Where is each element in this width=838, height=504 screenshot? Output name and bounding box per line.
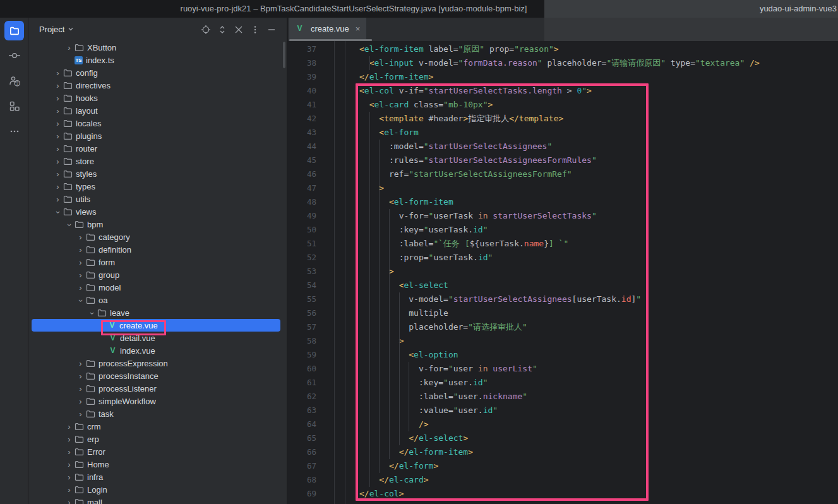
chevron-collapsed-icon[interactable]: › <box>52 93 63 103</box>
line-number[interactable]: 55 <box>288 292 316 306</box>
chevron-expanded-icon[interactable]: › <box>76 295 86 306</box>
line-number[interactable]: 51 <box>288 237 316 251</box>
tree-item-simpleWorkflow[interactable]: ›simpleWorkflow <box>28 395 287 407</box>
tree-item-views[interactable]: ›views <box>28 205 287 218</box>
collapse-all-icon[interactable] <box>234 25 244 35</box>
chevron-collapsed-icon[interactable]: › <box>75 384 86 393</box>
tree-item-types[interactable]: ›types <box>28 180 287 193</box>
chevron-expanded-icon[interactable]: › <box>65 219 75 230</box>
line-number[interactable]: 58 <box>288 334 316 348</box>
chevron-collapsed-icon[interactable]: › <box>52 157 63 166</box>
tree-item-hooks[interactable]: ›hooks <box>28 92 287 104</box>
line-number[interactable]: 54 <box>288 279 316 292</box>
line-number[interactable]: 63 <box>288 404 316 417</box>
line-number[interactable]: 37 <box>288 42 316 56</box>
tree-item-router[interactable]: ›router <box>28 142 287 155</box>
panel-scrollbar-thumb[interactable] <box>283 42 285 68</box>
line-number[interactable]: 61 <box>288 376 316 390</box>
project-tool-window-button[interactable] <box>4 21 24 40</box>
line-number[interactable]: 45 <box>288 153 316 167</box>
line-number[interactable]: 44 <box>288 140 316 153</box>
line-number[interactable]: 68 <box>288 473 316 487</box>
line-number[interactable]: 64 <box>288 417 316 431</box>
tree-item-group[interactable]: ›group <box>28 268 287 281</box>
tree-item-definition[interactable]: ›definition <box>28 243 287 256</box>
line-number[interactable]: 67 <box>288 459 316 473</box>
line-number[interactable]: 62 <box>288 390 316 404</box>
chevron-expanded-icon[interactable]: › <box>88 308 97 318</box>
code-line-37[interactable]: 37<el-form-item label="原因" prop="reason"… <box>288 42 838 56</box>
line-number[interactable]: 60 <box>288 362 316 376</box>
tree-item-processExpression[interactable]: ›processExpression <box>28 357 287 369</box>
chevron-collapsed-icon[interactable]: › <box>64 43 75 52</box>
line-number[interactable]: 40 <box>288 84 316 98</box>
line-number[interactable]: 66 <box>288 445 316 459</box>
more-tool-windows-button[interactable] <box>4 121 24 141</box>
tree-item-processListener[interactable]: ›processListener <box>28 382 287 395</box>
line-number[interactable]: 69 <box>288 487 316 501</box>
chevron-collapsed-icon[interactable]: › <box>64 435 75 444</box>
tree-item-plugins[interactable]: ›plugins <box>28 129 287 142</box>
chevron-collapsed-icon[interactable]: › <box>52 144 63 153</box>
learn-tool-window-button[interactable]: ? <box>4 71 24 90</box>
chevron-collapsed-icon[interactable]: › <box>64 485 75 495</box>
tree-item-config[interactable]: ›config <box>28 66 287 79</box>
line-number[interactable]: 42 <box>288 112 316 126</box>
line-number[interactable]: 57 <box>288 320 316 334</box>
tree-item-index-ts[interactable]: TSindex.ts <box>28 54 287 66</box>
chevron-collapsed-icon[interactable]: › <box>52 106 63 116</box>
line-number[interactable]: 43 <box>288 126 316 140</box>
tree-item-locales[interactable]: ›locales <box>28 117 287 129</box>
tree-item-oa[interactable]: ›oa <box>28 294 287 306</box>
structure-tool-window-button[interactable] <box>4 96 24 116</box>
tree-item-processInstance[interactable]: ›processInstance <box>28 369 287 382</box>
chevron-collapsed-icon[interactable]: › <box>75 258 86 267</box>
tree-item-layout[interactable]: ›layout <box>28 104 287 117</box>
tab-create-vue[interactable]: V create.vue × <box>289 18 366 39</box>
tree-item-bpm[interactable]: ›bpm <box>28 218 287 231</box>
chevron-expanded-icon[interactable]: › <box>54 207 63 217</box>
locate-icon[interactable] <box>201 25 211 35</box>
tree-item-styles[interactable]: ›styles <box>28 167 287 180</box>
tree-item-index-vue[interactable]: Vindex.vue <box>28 344 287 357</box>
tree-item-form[interactable]: ›form <box>28 256 287 268</box>
tree-item-task[interactable]: ›task <box>28 407 287 420</box>
tree-item-Error[interactable]: ›Error <box>28 445 287 458</box>
tree-item-Home[interactable]: ›Home <box>28 458 287 471</box>
chevron-collapsed-icon[interactable]: › <box>52 131 63 141</box>
tree-item-utils[interactable]: ›utils <box>28 193 287 205</box>
chevron-collapsed-icon[interactable]: › <box>52 81 63 90</box>
hide-panel-icon[interactable] <box>266 25 277 35</box>
chevron-collapsed-icon[interactable]: › <box>52 68 63 78</box>
chevron-collapsed-icon[interactable]: › <box>75 359 86 368</box>
tree-item-Login[interactable]: ›Login <box>28 483 287 496</box>
chevron-collapsed-icon[interactable]: › <box>75 397 86 406</box>
tree-item-store[interactable]: ›store <box>28 155 287 167</box>
chevron-collapsed-icon[interactable]: › <box>52 169 63 179</box>
line-number[interactable]: 47 <box>288 181 316 195</box>
expand-icon[interactable] <box>217 25 227 35</box>
line-number[interactable]: 65 <box>288 431 316 445</box>
close-tab-icon[interactable]: × <box>356 24 361 33</box>
tree-item-XButton[interactable]: ›XButton <box>28 41 287 54</box>
chevron-collapsed-icon[interactable]: › <box>75 283 86 292</box>
line-number[interactable]: 53 <box>288 265 316 279</box>
chevron-collapsed-icon[interactable]: › <box>52 119 63 128</box>
line-number[interactable]: 59 <box>288 348 316 362</box>
code-line-39[interactable]: 39</el-form-item> <box>288 70 838 84</box>
chevron-collapsed-icon[interactable]: › <box>75 409 86 419</box>
chevron-collapsed-icon[interactable]: › <box>75 270 86 280</box>
line-number[interactable]: 49 <box>288 209 316 223</box>
line-number[interactable]: 56 <box>288 306 316 320</box>
chevron-collapsed-icon[interactable]: › <box>64 498 75 504</box>
tree-item-directives[interactable]: ›directives <box>28 79 287 92</box>
chevron-collapsed-icon[interactable]: › <box>64 460 75 469</box>
tree-item-mall[interactable]: ›mall <box>28 496 287 504</box>
project-panel-title-menu[interactable]: Project <box>39 25 74 34</box>
chevron-collapsed-icon[interactable]: › <box>75 371 86 381</box>
line-number[interactable]: 41 <box>288 98 316 112</box>
chevron-collapsed-icon[interactable]: › <box>64 472 75 482</box>
code-line-38[interactable]: 38 <el-input v-model="formData.reason" p… <box>288 56 838 70</box>
line-number[interactable]: 48 <box>288 195 316 209</box>
tree-item-category[interactable]: ›category <box>28 231 287 243</box>
